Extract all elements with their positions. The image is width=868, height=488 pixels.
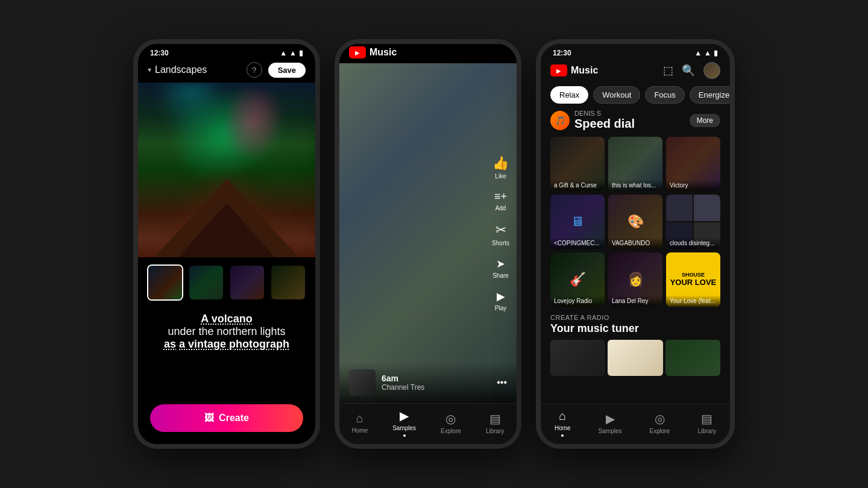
- add-action[interactable]: ≡+ Add: [494, 190, 507, 211]
- playlist-card-3[interactable]: Victory: [666, 137, 720, 191]
- video-content: 👍 Like ≡+ Add ✂ Shorts ➤ Share ▶ Play: [339, 63, 517, 403]
- prompt-line2: under the northern lights: [150, 325, 303, 338]
- playlist-card-6[interactable]: clouds disinteg...: [666, 195, 720, 249]
- track-time: 6am: [382, 374, 491, 383]
- video-background: [339, 63, 517, 403]
- phone-1: 12:30 ▲ ▲ ▮ ▾ Landscapes ? Save: [133, 39, 320, 449]
- playlist-label-6: clouds disinteg...: [666, 237, 720, 249]
- help-button[interactable]: ?: [247, 62, 262, 78]
- track-thumbnail: [349, 369, 376, 396]
- playlist-label-5: VAGABUNDO: [608, 237, 662, 249]
- header-actions: ? Save: [247, 62, 306, 78]
- phone-2: Music 👍 Like ≡+ Add ✂ Shorts: [335, 39, 521, 449]
- radio-thumb-1: [550, 340, 605, 376]
- yt-logo-3: [550, 64, 567, 77]
- home-label: Home: [351, 427, 368, 434]
- wifi-icon-3: ▲: [694, 49, 702, 57]
- playlist-label-7: Lovejoy Radio: [550, 295, 605, 307]
- thumbnail-1[interactable]: [147, 264, 183, 301]
- playlist-card-7[interactable]: 🎸 Lovejoy Radio: [550, 252, 605, 307]
- section-header: 🎵 DENIS S Speed dial More: [550, 110, 720, 131]
- playlist-card-5[interactable]: 🎨 VAGABUNDO: [608, 195, 662, 249]
- samples-label: Samples: [392, 425, 416, 431]
- like-icon: 👍: [492, 155, 509, 171]
- video-bottom: 6am Channel Tres •••: [339, 362, 517, 403]
- thumbnail-img-1: [148, 266, 182, 299]
- playlist-card-9[interactable]: SHOUSE YOUR LOVE Your Love (feat...: [666, 252, 720, 307]
- search-icon[interactable]: 🔍: [682, 64, 695, 77]
- dropdown-chevron-icon: ▾: [148, 66, 151, 74]
- more-button[interactable]: More: [690, 114, 720, 127]
- help-icon: ?: [252, 66, 256, 75]
- status-icons-1: ▲ ▲ ▮: [280, 49, 303, 57]
- like-label: Like: [495, 173, 506, 180]
- active-indicator: [403, 434, 406, 437]
- landscapes-label: Landscapes: [155, 64, 207, 75]
- tab-relax[interactable]: Relax: [550, 86, 588, 104]
- playlist-label-1: a Gift & a Curse: [550, 180, 605, 191]
- prompt-text: A volcano under the northern lights as a…: [138, 308, 315, 399]
- play-action[interactable]: ▶ Play: [495, 290, 506, 311]
- create-image-icon: 🖼: [204, 413, 214, 424]
- playlist-card-2[interactable]: this is what los...: [608, 137, 662, 191]
- home-icon-3: ⌂: [559, 409, 566, 423]
- share-action[interactable]: ➤ Share: [492, 257, 509, 279]
- playlist-card-8[interactable]: 👩 Lana Del Rey: [608, 252, 662, 307]
- time-1: 12:30: [150, 49, 169, 57]
- nav-home-2[interactable]: ⌂ Home: [351, 411, 368, 434]
- thumbnail-3[interactable]: [229, 264, 265, 301]
- track-artist: Channel Tres: [382, 383, 491, 392]
- nav-explore-3[interactable]: ◎ Explore: [650, 411, 670, 434]
- cast-icon[interactable]: ⬚: [663, 64, 673, 77]
- shorts-action[interactable]: ✂ Shorts: [492, 222, 509, 246]
- mood-tabs: Relax Workout Focus Energize: [541, 84, 730, 110]
- thumbnail-2[interactable]: [188, 264, 224, 301]
- playlist-card-1[interactable]: a Gift & a Curse: [550, 137, 605, 191]
- tab-workout[interactable]: Workout: [593, 86, 640, 104]
- like-action[interactable]: 👍 Like: [492, 155, 509, 180]
- create-radio-title: Your music tuner: [550, 322, 720, 335]
- wifi-icon: ▲: [280, 49, 287, 57]
- create-label: Create: [219, 413, 249, 424]
- nav-samples-2[interactable]: ▶ Samples: [392, 408, 416, 437]
- thumbnail-img-3: [230, 266, 264, 299]
- tab-energize[interactable]: Energize: [690, 86, 730, 104]
- samples-icon: ▶: [400, 408, 409, 423]
- library-icon-3: ▤: [701, 411, 712, 426]
- youtube-logo-icon: [349, 46, 366, 58]
- energize-label: Energize: [699, 90, 729, 99]
- phone1-screen: 12:30 ▲ ▲ ▮ ▾ Landscapes ? Save: [138, 44, 315, 444]
- playlist-card-4[interactable]: 🖥 <COPINGMEC...: [550, 195, 605, 249]
- music-title-3: Music: [571, 65, 598, 76]
- explore-label-3: Explore: [650, 428, 670, 434]
- library-label: Library: [486, 428, 505, 434]
- save-button[interactable]: Save: [268, 63, 306, 78]
- nav-home-3[interactable]: ⌂ Home: [555, 409, 571, 437]
- status-icons-3: ▲ ▲ ▮: [694, 49, 718, 57]
- tab-focus[interactable]: Focus: [645, 86, 684, 104]
- focus-label: Focus: [654, 90, 675, 99]
- shorts-icon: ✂: [495, 222, 506, 238]
- explore-icon: ◎: [445, 411, 456, 426]
- playlist-label-4: <COPINGMEC...: [550, 237, 605, 249]
- time-3: 12:30: [553, 49, 571, 57]
- playlists-grid: a Gift & a Curse this is what los... Vic…: [550, 137, 720, 307]
- section-info: DENIS S Speed dial: [574, 110, 635, 131]
- music-actions: ⬚ 🔍: [663, 62, 720, 79]
- nav-samples-3[interactable]: ▶ Samples: [599, 411, 622, 434]
- share-icon: ➤: [496, 257, 505, 271]
- thumbnail-img-4: [271, 266, 305, 299]
- phone1-header: ▾ Landscapes ? Save: [138, 60, 315, 83]
- track-more-button[interactable]: •••: [497, 377, 507, 388]
- content-scroll: 🎵 DENIS S Speed dial More a Gift & a Cur…: [541, 110, 730, 404]
- nav-explore-2[interactable]: ◎ Explore: [441, 411, 461, 434]
- phone2-screen: Music 👍 Like ≡+ Add ✂ Shorts: [339, 44, 517, 444]
- nav-library-3[interactable]: ▤ Library: [697, 411, 716, 434]
- thumbnail-4[interactable]: [270, 264, 306, 301]
- nav-library-2[interactable]: ▤ Library: [486, 411, 505, 434]
- library-label-3: Library: [697, 428, 716, 434]
- profile-avatar[interactable]: [703, 62, 720, 79]
- create-radio-label: CREATE A RADIO: [550, 314, 720, 321]
- create-button[interactable]: 🖼 Create: [150, 404, 303, 432]
- relax-label: Relax: [559, 90, 579, 99]
